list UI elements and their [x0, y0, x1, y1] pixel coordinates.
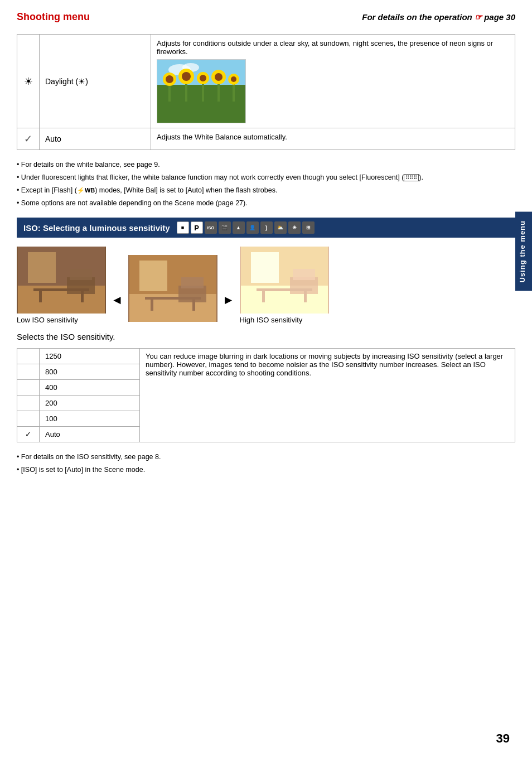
svg-point-6 [166, 75, 173, 83]
sunflower-image [157, 59, 246, 123]
svg-rect-25 [70, 269, 92, 280]
mid-iso-block [128, 255, 217, 324]
mode-icon-iso: ISO [205, 221, 217, 234]
svg-point-12 [200, 75, 206, 81]
svg-rect-43 [328, 247, 329, 314]
iso-auto-value: Auto [40, 427, 140, 442]
wb-daylight-row: ☀ Daylight (☀) Adjusts for conditions ou… [17, 35, 515, 128]
svg-rect-42 [240, 247, 241, 314]
mode-icon-portrait: 👤 [246, 221, 259, 234]
svg-rect-44 [251, 252, 279, 283]
wb-auto-checkmark-icon: ✓ [24, 133, 32, 144]
iso-200-icon-cell [17, 396, 40, 411]
wb-auto-row: ✓ Auto Adjusts the White Balance automat… [17, 128, 515, 150]
ref-icon: ☞ [475, 12, 482, 22]
mode-icons-bar: ■ P ISO 🎬 ▲ 👤 ) ⛅ ☀ ⊞ [177, 221, 315, 234]
mid-iso-image [128, 255, 217, 322]
svg-rect-48 [262, 291, 265, 302]
iso-1250-icon-cell [17, 349, 40, 364]
left-arrow-icon: ◄ [109, 293, 125, 324]
svg-rect-22 [105, 247, 106, 314]
wb-note-2: • Under fluorescent lights that flicker,… [17, 172, 515, 183]
mode-icon-p: P [191, 221, 203, 234]
iso-section-header: ISO: Selecting a luminous sensitivity ■ … [17, 218, 515, 238]
svg-rect-35 [181, 277, 204, 288]
iso-row-1250: 1250 You can reduce image blurring in da… [17, 349, 515, 364]
wb-auto-icon-cell: ✓ [17, 128, 40, 150]
wb-daylight-desc-text: Adjusts for conditions outside under a c… [157, 39, 493, 56]
svg-rect-46 [293, 269, 315, 280]
mode-icon-beach: ☀ [288, 221, 301, 234]
iso-section-title: ISO: Selecting a luminous sensitivity [23, 223, 170, 233]
mode-icon-landscape: ▲ [233, 221, 245, 234]
svg-rect-28 [81, 291, 84, 302]
svg-point-18 [231, 76, 236, 82]
mode-icon-video: 🎬 [219, 221, 231, 234]
svg-rect-47 [257, 288, 312, 291]
wb-auto-label: Auto [40, 128, 151, 150]
mode-icon-grid: ⊞ [302, 221, 315, 234]
svg-rect-32 [216, 255, 217, 322]
svg-rect-31 [128, 255, 129, 322]
low-iso-block: Low ISO sensitivity [17, 247, 106, 324]
svg-rect-26 [33, 288, 89, 291]
svg-rect-33 [139, 261, 167, 291]
mode-icon-night: ) [260, 221, 273, 234]
mode-icon-camera: ■ [177, 221, 189, 234]
iso-auto-checkmark-icon: ✓ [25, 430, 31, 438]
iso-100-icon-cell [17, 411, 40, 427]
svg-point-15 [215, 73, 223, 81]
section-title: Shooting menu [17, 11, 90, 23]
iso-notes: • For details on the ISO sensitivity, se… [17, 451, 515, 475]
wb-daylight-desc: Adjusts for conditions outside under a c… [151, 35, 515, 128]
mid-iso-svg [128, 255, 217, 322]
wb-daylight-icon: ☀ [24, 76, 33, 87]
low-iso-image [17, 247, 106, 314]
page-ref: page 30 [484, 12, 515, 22]
mode-icon-cloudy: ⛅ [274, 221, 287, 234]
high-iso-block: High ISO sensitivity [240, 247, 329, 324]
wb-daylight-label: Daylight (☀) [40, 35, 151, 128]
svg-rect-16 [233, 82, 235, 102]
iso-400-icon-cell [17, 380, 40, 396]
iso-200-value: 200 [40, 396, 140, 411]
wb-note-3: • Except in [Flash] (⚡WB) modes, [White … [17, 185, 515, 196]
iso-1250-value: 1250 [40, 349, 140, 364]
high-iso-image [240, 247, 329, 314]
operation-ref: For details on the operation ☞ page 30 [362, 12, 515, 22]
iso-100-value: 100 [40, 411, 140, 427]
wb-note-4: • Some options are not available dependi… [17, 197, 515, 209]
high-iso-svg [240, 247, 329, 314]
page-header: Shooting menu For details on the operati… [17, 11, 515, 23]
iso-desc-cell: You can reduce image blurring in dark lo… [140, 349, 515, 442]
wb-daylight-icon-cell: ☀ [17, 35, 40, 128]
selects-iso-text: Selects the ISO sensitivity. [17, 332, 515, 341]
svg-rect-38 [192, 300, 195, 311]
iso-auto-icon-cell: ✓ [17, 427, 40, 442]
iso-400-value: 400 [40, 380, 140, 396]
wb-auto-desc: Adjusts the White Balance automatically. [151, 128, 515, 150]
svg-rect-21 [17, 247, 18, 314]
sunflower-svg [157, 60, 246, 123]
iso-table: 1250 You can reduce image blurring in da… [17, 348, 515, 442]
iso-note-2: • [ISO] is set to [Auto] in the Scene mo… [17, 464, 515, 475]
operation-ref-text: For details on the operation [362, 12, 472, 22]
iso-images-section: Low ISO sensitivity ◄ [17, 247, 515, 324]
svg-rect-49 [304, 291, 307, 302]
wb-notes: • For details on the white balance, see … [17, 159, 515, 209]
side-tab: Using the menu [515, 212, 532, 291]
svg-rect-37 [151, 300, 153, 311]
low-iso-label: Low ISO sensitivity [17, 316, 78, 324]
iso-note-1: • For details on the ISO sensitivity, se… [17, 451, 515, 462]
wb-table: ☀ Daylight (☀) Adjusts for conditions ou… [17, 34, 515, 150]
wb-note-1: • For details on the white balance, see … [17, 159, 515, 170]
page-number: 39 [496, 731, 510, 746]
page-container: Shooting menu For details on the operati… [0, 0, 532, 757]
svg-point-9 [182, 72, 191, 81]
high-iso-label: High ISO sensitivity [240, 316, 303, 324]
svg-rect-36 [145, 297, 201, 300]
low-iso-svg [17, 247, 106, 314]
iso-800-icon-cell [17, 364, 40, 380]
svg-rect-23 [28, 252, 56, 283]
right-arrow-icon: ► [220, 293, 237, 324]
